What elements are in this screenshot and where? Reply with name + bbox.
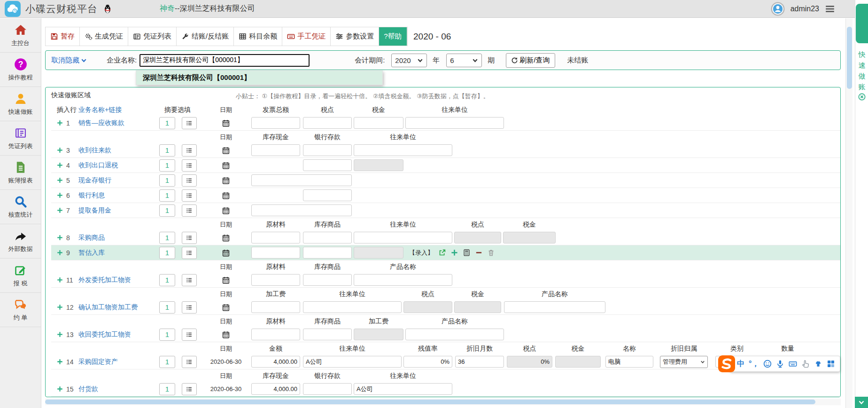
quick-accounting-tab[interactable]: 快速做账 xyxy=(856,47,868,101)
calendar-icon[interactable] xyxy=(222,331,230,338)
amount-input[interactable] xyxy=(405,117,504,129)
amount-input[interactable] xyxy=(403,356,452,368)
amount-input[interactable] xyxy=(251,329,300,340)
summary-list-button[interactable] xyxy=(182,301,197,314)
amount-input[interactable] xyxy=(303,383,352,395)
vertical-scrollbar[interactable] xyxy=(845,18,852,408)
summary-list-button[interactable] xyxy=(182,274,197,286)
business-link[interactable]: 暂估入库 xyxy=(78,249,158,257)
skin-icon[interactable] xyxy=(814,360,822,368)
count-box[interactable]: 1 xyxy=(159,356,175,368)
amount-input[interactable] xyxy=(303,117,352,129)
generate-voucher-button[interactable]: 生成凭证 xyxy=(80,27,128,46)
right-rail-handle[interactable] xyxy=(856,4,868,43)
summary-list-button[interactable] xyxy=(182,144,197,157)
voucher-list-button[interactable]: 凭证列表 xyxy=(128,27,177,46)
insert-row-plus-icon[interactable] xyxy=(57,235,63,241)
scroll-down-button[interactable] xyxy=(855,397,868,408)
amount-input[interactable] xyxy=(303,159,352,171)
count-box[interactable]: 1 xyxy=(159,117,175,129)
summary-list-button[interactable] xyxy=(182,383,197,395)
calendar-icon[interactable] xyxy=(222,234,230,242)
amount-input[interactable] xyxy=(251,144,300,156)
amount-input[interactable] xyxy=(251,232,300,243)
horizontal-scrollbar-thumb[interactable] xyxy=(45,400,815,404)
amount-input[interactable] xyxy=(303,189,352,201)
company-name-input[interactable] xyxy=(140,54,310,67)
company-suggestion-item[interactable]: 深圳兰芝科技有限公司【000001】 xyxy=(136,71,382,85)
amount-input[interactable] xyxy=(354,117,403,129)
count-box[interactable]: 1 xyxy=(159,174,175,187)
business-link[interactable]: 银行利息 xyxy=(78,191,158,200)
business-link[interactable]: 销售—应收账款 xyxy=(78,119,158,127)
open-icon[interactable] xyxy=(439,249,446,256)
mic-icon[interactable] xyxy=(776,360,784,368)
count-box[interactable]: 1 xyxy=(159,383,175,395)
amount-input[interactable] xyxy=(354,144,452,156)
business-link[interactable]: 现金存银行 xyxy=(78,176,158,185)
sidebar-item-external-data[interactable]: 外部数据 xyxy=(0,224,41,259)
insert-row-plus-icon[interactable] xyxy=(57,250,63,256)
business-link[interactable]: 收到往来款 xyxy=(78,146,158,155)
amount-input[interactable] xyxy=(251,247,300,259)
sidebar-item-voucher-list[interactable]: 凭证列表 xyxy=(0,121,41,156)
chinese-mode-icon[interactable]: 中 xyxy=(737,359,744,369)
calendar-icon[interactable] xyxy=(222,249,230,257)
insert-row-plus-icon[interactable] xyxy=(57,147,63,153)
count-box[interactable]: 1 xyxy=(159,247,175,259)
count-box[interactable]: 1 xyxy=(159,329,175,341)
summary-list-button[interactable] xyxy=(182,232,197,244)
amount-input[interactable] xyxy=(455,356,504,368)
amount-input[interactable] xyxy=(354,274,452,286)
business-link[interactable]: 收回委托加工物资 xyxy=(78,330,158,339)
refresh-query-button[interactable]: 刷新/查询 xyxy=(506,53,555,68)
month-select[interactable]: 6 xyxy=(446,54,482,67)
count-box[interactable]: 1 xyxy=(159,189,175,202)
calendar-icon[interactable] xyxy=(222,207,230,214)
manual-voucher-button[interactable]: 手工凭证 xyxy=(282,27,331,46)
business-link[interactable]: 采购固定资产 xyxy=(78,358,158,366)
calendar-icon[interactable] xyxy=(222,147,230,154)
calendar-icon[interactable] xyxy=(222,177,230,184)
amount-input[interactable] xyxy=(303,274,352,286)
sidebar-item-tutorial[interactable]: ?操作教程 xyxy=(0,53,41,87)
count-box[interactable]: 1 xyxy=(159,144,175,157)
year-select[interactable]: 2020 xyxy=(391,54,427,67)
business-link[interactable]: 采购商品 xyxy=(78,234,158,242)
category-select[interactable]: 管理费用 xyxy=(660,356,708,368)
amount-input[interactable] xyxy=(303,356,402,368)
business-link[interactable]: 收到出口退税 xyxy=(78,161,158,170)
calendar-icon[interactable] xyxy=(222,192,230,199)
insert-row-plus-icon[interactable] xyxy=(57,331,63,337)
vertical-scrollbar-thumb[interactable] xyxy=(847,27,852,89)
amount-input[interactable] xyxy=(251,204,352,216)
menu-icon[interactable] xyxy=(825,4,835,14)
amount-input[interactable] xyxy=(354,383,452,395)
summary-list-button[interactable] xyxy=(182,117,197,129)
help-button[interactable]: ?帮助 xyxy=(379,27,407,46)
summary-list-button[interactable] xyxy=(182,247,197,259)
summary-list-button[interactable] xyxy=(182,174,197,187)
insert-row-plus-icon[interactable] xyxy=(57,192,63,198)
insert-row-plus-icon[interactable] xyxy=(57,304,63,310)
closing-button[interactable]: 结账/反结账 xyxy=(177,27,234,46)
emoji-icon[interactable] xyxy=(763,360,772,368)
calendar-icon[interactable] xyxy=(222,119,230,127)
amount-input[interactable] xyxy=(251,174,352,186)
sidebar-item-ledger-reports[interactable]: 账簿报表 xyxy=(0,156,41,190)
calendar-icon[interactable] xyxy=(222,276,230,284)
avatar[interactable] xyxy=(771,2,785,16)
summary-list-button[interactable] xyxy=(182,204,197,217)
business-link[interactable]: 确认加工物资加工费 xyxy=(78,303,158,312)
qq-icon[interactable] xyxy=(102,4,113,14)
sidebar-item-tax-filing[interactable]: 报 税 xyxy=(0,259,41,293)
remove-icon[interactable] xyxy=(475,249,482,256)
toolbox-icon[interactable] xyxy=(827,360,835,368)
entry-link[interactable]: 【录入】 xyxy=(409,249,434,257)
sidebar-item-quick-accounting[interactable]: 快速做账 xyxy=(0,87,41,121)
calendar-icon[interactable] xyxy=(222,162,230,169)
count-box[interactable]: 1 xyxy=(159,301,175,314)
add-icon[interactable] xyxy=(451,249,458,256)
params-button[interactable]: 参数设置 xyxy=(331,27,379,46)
trash-icon[interactable] xyxy=(488,249,495,256)
